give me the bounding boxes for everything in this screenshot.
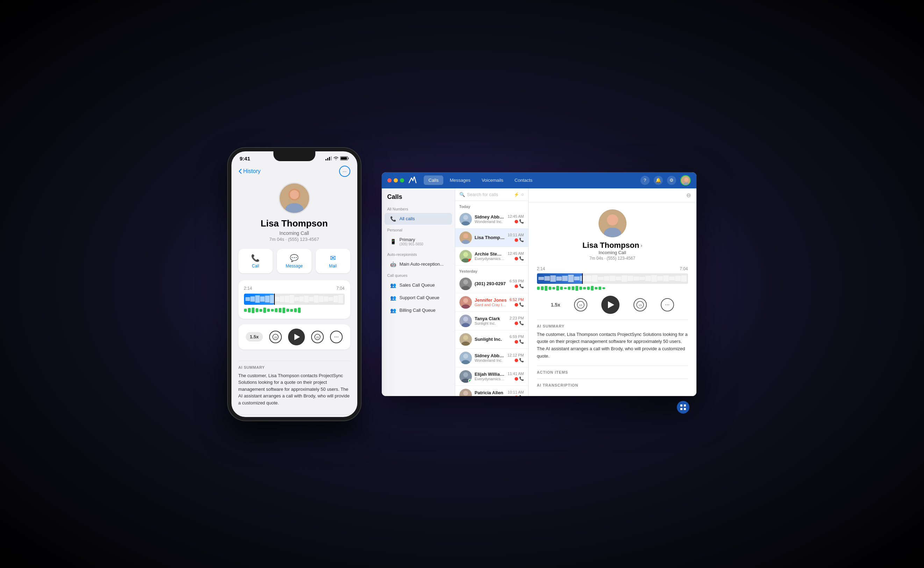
svg-point-27: [468, 259, 472, 262]
tab-calls[interactable]: Calls: [424, 175, 444, 185]
call-item-7[interactable]: Sidney Abbott Wonderland Inc. 12:12 PM 📞: [455, 349, 528, 367]
call-item-4[interactable]: Jennifer Jones Gard and Cray Inc. 6:52 P…: [455, 293, 528, 312]
call-item-9[interactable]: Patricia Allen Everydynamics Inc. 10:11 …: [455, 386, 528, 396]
minimize-button[interactable]: [394, 178, 398, 183]
sidebar-section-call-queues: Call queues: [382, 270, 455, 279]
call-company-5: Sunlight Inc.: [475, 321, 507, 325]
svg-point-41: [463, 354, 468, 359]
traffic-lights: [387, 178, 404, 183]
sidebar-item-auto-reception[interactable]: 🤖 Main Auto-reception...: [385, 258, 452, 270]
phone-contact-avatar: [279, 183, 310, 214]
sidebar-item-sales-queue[interactable]: 👥 Sales Call Queue: [385, 279, 452, 291]
auto-reception-label: Main Auto-reception...: [400, 261, 444, 267]
call-label: Call: [252, 264, 260, 269]
sidebar-item-all-calls[interactable]: 📞 All calls: [385, 213, 452, 225]
call-time-7: 12:12 PM: [507, 353, 524, 357]
svg-point-16: [684, 178, 688, 182]
logo-icon: [408, 177, 418, 184]
call-time-5: 2:23 PM: [510, 316, 524, 320]
filter-icon[interactable]: ⚡: [513, 192, 519, 197]
call-item-6[interactable]: Sunlight Inc. 6:59 PM 📞: [455, 330, 528, 349]
close-button[interactable]: [387, 178, 391, 183]
detail-speed-button[interactable]: 1.5x: [551, 302, 560, 308]
tab-contacts[interactable]: Contacts: [510, 175, 537, 185]
call-time-6: 6:59 PM: [510, 334, 524, 339]
detail-more-button[interactable]: ···: [661, 298, 674, 311]
signal-icon: [326, 156, 332, 160]
avatar-unknown: [459, 278, 472, 290]
detail-waveform-end: 7:04: [679, 266, 688, 271]
phone-waveform-green: [244, 308, 345, 313]
search-placeholder: Search for calls: [467, 192, 498, 197]
avatar-archie-stewart: [459, 250, 472, 263]
call-meta-7: 12:12 PM 📞: [507, 353, 524, 363]
ai-summary-title: AI SUMMARY: [239, 365, 350, 369]
waveform-scrubber: [274, 294, 275, 305]
detail-divider-2: [537, 366, 688, 366]
detail-waveform-blue[interactable]: [537, 273, 688, 284]
call-icon: 📞: [251, 254, 260, 262]
call-time-0: 12:45 AM: [507, 214, 524, 219]
call-item-3[interactable]: (301) 293-0297 6:59 PM 📞: [455, 275, 528, 293]
date-header-today: Today: [455, 201, 528, 210]
notifications-icon[interactable]: 🔔: [654, 176, 663, 185]
svg-rect-6: [341, 157, 347, 160]
action-items-title: ACTION ITEMS: [239, 419, 350, 420]
phone-call-button[interactable]: 📞 Call: [239, 249, 273, 273]
detail-close-button[interactable]: ⊖: [686, 192, 691, 199]
tab-voicemails[interactable]: Voicemails: [477, 175, 508, 185]
detail-play-button[interactable]: [601, 296, 619, 314]
call-info-8: Elijah Williams Everydynamics Inc.: [475, 372, 505, 381]
detail-waveform-container: 2:14 7:04: [537, 266, 688, 291]
detail-panel: ⊖ Lisa Thompson: [528, 189, 696, 396]
sidebar-header: Calls: [382, 189, 455, 204]
sidebar-item-primary[interactable]: 📱 Primary (305) 901-5650: [385, 234, 452, 249]
skip-forward-button[interactable]: 15: [311, 331, 324, 343]
help-icon[interactable]: ?: [640, 176, 649, 185]
call-search-box[interactable]: 🔍 Search for calls: [459, 192, 512, 197]
avatar-sidney-2: [459, 352, 472, 364]
phone-waveform-blue[interactable]: [244, 294, 345, 305]
speed-button[interactable]: 1.5x: [246, 332, 263, 341]
call-info-4: Jennifer Jones Gard and Cray Inc.: [475, 298, 507, 307]
titlebar-actions: ? 🔔 ⚙: [640, 175, 691, 186]
skip-back-button[interactable]: 15: [269, 331, 282, 343]
call-item-5[interactable]: Tanya Clark Sunlight Inc. 2:23 PM 📞: [455, 312, 528, 330]
call-meta-9: 10:11 AM 📞: [507, 390, 524, 396]
detail-skip-back-button[interactable]: 15: [574, 298, 587, 311]
call-meta-2: 12:45 AM 📞: [507, 251, 524, 261]
phone-more-button[interactable]: ···: [339, 166, 350, 177]
phone-back-button[interactable]: History: [239, 168, 261, 174]
svg-rect-1: [327, 158, 328, 160]
user-avatar[interactable]: [680, 175, 691, 186]
fullscreen-button[interactable]: [400, 178, 404, 183]
tab-messages[interactable]: Messages: [445, 175, 475, 185]
phone-waveform-container: 2:14 7:04: [239, 280, 350, 319]
sidebar-item-support-queue[interactable]: 👥 Support Call Queue: [385, 292, 452, 304]
svg-text:15: 15: [274, 336, 277, 339]
settings-icon[interactable]: ⚙: [667, 176, 676, 185]
call-meta-4: 6:52 PM 📞: [510, 298, 524, 307]
detail-contact: Lisa Thompson › Incoming Call 7m 04s · (…: [537, 209, 688, 261]
more-options-button[interactable]: ···: [330, 331, 343, 343]
phone-message-button[interactable]: 💬 Message: [277, 249, 311, 273]
play-icon: [294, 334, 300, 340]
collapse-icon[interactable]: ○: [521, 192, 524, 197]
sidebar-item-billing-queue[interactable]: 👥 Billing Call Queue: [385, 304, 452, 316]
detail-skip-forward-button[interactable]: 15: [634, 298, 647, 311]
app-body: Calls All Numbers 📞 All calls Personal 📱…: [382, 189, 696, 396]
detail-action-items-title: ACTION ITEMS: [537, 370, 688, 375]
call-item-1[interactable]: Lisa Thompson 10:11 AM 📞: [455, 229, 528, 247]
call-list-scroll: Today Sidney Abbott Wonderland Inc. 12:4…: [455, 201, 528, 396]
call-item-8[interactable]: Elijah Williams Everydynamics Inc. 11:41…: [455, 367, 528, 386]
call-item-0[interactable]: Sidney Abbott Wonderland Inc. 12:45 AM 📞: [455, 210, 528, 229]
call-meta-8: 11:41 AM 📞: [507, 372, 524, 381]
call-item-2[interactable]: Archie Stewart Everydynamics Inc. 12:45 …: [455, 247, 528, 266]
phone-mail-button[interactable]: ✉ Mail: [316, 249, 350, 273]
call-name-4: Jennifer Jones: [475, 298, 507, 303]
message-label: Message: [285, 264, 303, 269]
call-info-6: Sunlight Inc.: [475, 337, 507, 342]
ai-summary-text: The customer, Lisa Thompson contacts Pro…: [239, 372, 350, 406]
play-button[interactable]: [288, 329, 305, 345]
svg-point-35: [463, 317, 468, 322]
